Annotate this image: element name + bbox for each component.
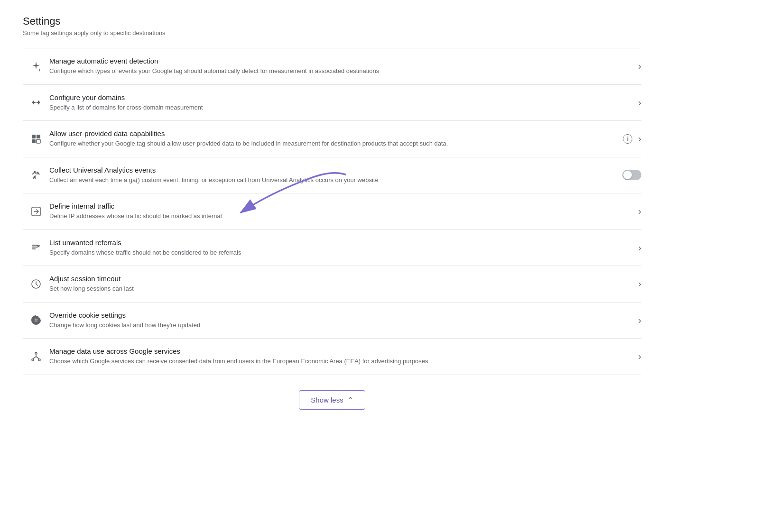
setting-item-automatic-event-detection[interactable]: Manage automatic event detection Configu… <box>23 48 641 85</box>
setting-action: › <box>622 278 641 289</box>
setting-title: Allow user-provided data capabilities <box>49 129 615 138</box>
setting-content-universal-analytics: Collect Universal Analytics events Colle… <box>49 166 622 185</box>
setting-action: › <box>622 351 641 362</box>
arrows-lr-icon <box>23 97 49 108</box>
setting-title: Override cookie settings <box>49 311 615 319</box>
clock-icon <box>23 278 49 290</box>
setting-description: Configure which types of events your Goo… <box>49 66 615 76</box>
setting-item-unwanted-referrals[interactable]: List unwanted referrals Specify domains … <box>23 230 641 266</box>
setting-description: Change how long cookies last and how the… <box>49 321 615 330</box>
sparkle-icon <box>23 61 49 72</box>
setting-title: Collect Universal Analytics events <box>49 166 615 174</box>
setting-title: Adjust session timeout <box>49 275 615 283</box>
setting-content-user-provided-data: Allow user-provided data capabilities Co… <box>49 129 622 148</box>
setting-description: Specify a list of domains for cross-doma… <box>49 103 615 112</box>
chevron-up-icon: ⌃ <box>347 395 353 404</box>
chevron-right-icon: › <box>638 133 641 144</box>
setting-action <box>622 170 641 180</box>
setting-title: List unwanted referrals <box>49 238 615 247</box>
chevron-right-icon: › <box>638 97 641 108</box>
setting-item-cookie-settings[interactable]: Override cookie settings Change how long… <box>23 303 641 339</box>
setting-description: Specify domains whose traffic should not… <box>49 248 615 257</box>
setting-content-configure-domains: Configure your domains Specify a list of… <box>49 93 622 112</box>
chevron-right-icon: › <box>638 242 641 253</box>
info-icon[interactable]: i <box>623 134 632 144</box>
svg-point-7 <box>35 352 37 354</box>
svg-line-12 <box>36 357 39 359</box>
svg-rect-0 <box>32 135 36 138</box>
universal-analytics-toggle[interactable] <box>622 170 641 180</box>
setting-description: Configure whether your Google tag should… <box>49 139 615 148</box>
setting-item-configure-domains[interactable]: Configure your domains Specify a list of… <box>23 85 641 121</box>
show-less-button[interactable]: Show less ⌃ <box>299 390 365 410</box>
svg-rect-2 <box>32 139 36 143</box>
setting-item-internal-traffic[interactable]: Define internal traffic Define IP addres… <box>23 193 641 230</box>
settings-page: Settings Some tag settings apply only to… <box>0 0 664 432</box>
setting-title: Manage automatic event detection <box>49 57 615 65</box>
setting-description: Set how long sessions can last <box>49 284 615 294</box>
chevron-right-icon: › <box>638 315 641 326</box>
setting-title: Define internal traffic <box>49 202 615 210</box>
cookie-icon <box>23 314 49 326</box>
chevron-right-icon: › <box>638 206 641 217</box>
list-x-icon <box>23 242 49 253</box>
page-subtitle: Some tag settings apply only to specific… <box>23 29 641 37</box>
setting-action: › <box>622 206 641 217</box>
page-title: Settings <box>23 15 641 28</box>
setting-content-data-use: Manage data use across Google services C… <box>49 347 622 366</box>
setting-content-unwanted-referrals: List unwanted referrals Specify domains … <box>49 238 622 257</box>
setting-item-session-timeout[interactable]: Adjust session timeout Set how long sess… <box>23 266 641 303</box>
setting-content-automatic-event-detection: Manage automatic event detection Configu… <box>49 57 622 76</box>
setting-action: › <box>622 315 641 326</box>
setting-action: › <box>622 97 641 108</box>
fork-icon <box>23 169 49 181</box>
svg-point-9 <box>38 359 40 361</box>
setting-title: Configure your domains <box>49 93 615 101</box>
show-less-container: Show less ⌃ <box>23 390 641 410</box>
svg-point-8 <box>32 359 34 361</box>
setting-content-session-timeout: Adjust session timeout Set how long sess… <box>49 275 622 294</box>
setting-description: Collect an event each time a ga() custom… <box>49 175 615 185</box>
arrow-in-box-icon <box>23 206 49 217</box>
settings-list: Manage automatic event detection Configu… <box>23 48 641 375</box>
setting-title: Manage data use across Google services <box>49 347 615 355</box>
setting-item-universal-analytics[interactable]: Collect Universal Analytics events Colle… <box>23 157 641 194</box>
setting-action: i › <box>622 133 641 144</box>
setting-description: Define IP addresses whose traffic should… <box>49 211 615 221</box>
setting-content-internal-traffic: Define internal traffic Define IP addres… <box>49 202 622 221</box>
setting-item-user-provided-data[interactable]: Allow user-provided data capabilities Co… <box>23 121 641 157</box>
svg-rect-1 <box>37 135 40 138</box>
setting-content-cookie-settings: Override cookie settings Change how long… <box>49 311 622 330</box>
chevron-right-icon: › <box>638 351 641 362</box>
chevron-right-icon: › <box>638 278 641 289</box>
svg-line-11 <box>33 357 36 359</box>
setting-action: › <box>622 242 641 253</box>
show-less-label: Show less <box>311 396 343 404</box>
chevron-right-icon: › <box>638 61 641 72</box>
setting-action: › <box>622 61 641 72</box>
grid-box-icon <box>23 133 49 145</box>
network-icon <box>23 351 49 362</box>
setting-description: Choose which Google services can receive… <box>49 357 615 366</box>
setting-item-data-use[interactable]: Manage data use across Google services C… <box>23 339 641 375</box>
